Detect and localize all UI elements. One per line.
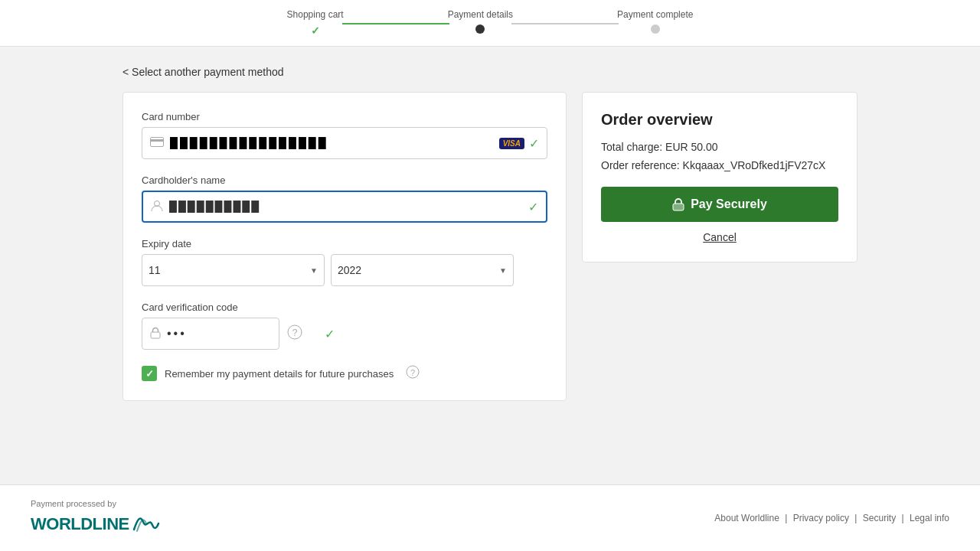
order-total-charge: Total charge: EUR 50.00 [601, 141, 838, 153]
svg-rect-3 [151, 332, 160, 338]
card-number-input[interactable] [170, 137, 495, 149]
step-payment-dot [475, 24, 485, 34]
step-cart-label: Shopping cart [287, 9, 344, 20]
progress-step-complete: Payment complete [617, 9, 693, 34]
card-number-field-group: Card number VISA ✓ [142, 111, 547, 159]
privacy-policy-link[interactable]: Privacy policy [793, 513, 849, 523]
order-ref-value: Kkqaaax_VRoDfked1jFV27cX [683, 159, 826, 171]
back-link[interactable]: < Select another payment method [122, 66, 284, 78]
content-wrapper: < Select another payment method Card num… [107, 65, 873, 401]
order-ref-label: Order reference: [601, 159, 680, 171]
expiry-row: 01 02 03 04 05 06 07 08 09 10 11 [142, 254, 547, 286]
cvv-field-group: Card verification code ✓ [142, 302, 547, 350]
security-link[interactable]: Security [863, 513, 896, 523]
svg-text:?: ? [410, 368, 415, 377]
svg-rect-8 [673, 204, 684, 210]
card-number-input-wrapper: VISA ✓ [142, 127, 547, 159]
progress-steps: Shopping cart ✓ Payment details Payment … [0, 9, 980, 46]
expiry-field-group: Expiry date 01 02 03 04 05 06 07 [142, 238, 547, 286]
step-payment-label: Payment details [448, 9, 513, 20]
checkbox-check-icon: ✓ [145, 368, 154, 380]
worldline-logo: WORLDLINE [31, 511, 160, 537]
worldline-icon [132, 511, 160, 537]
progress-line-2 [511, 23, 619, 24]
cvv-label: Card verification code [142, 302, 547, 313]
cardholder-input[interactable] [169, 201, 524, 213]
cvv-lock-icon [150, 327, 161, 341]
step-complete-dot [651, 24, 660, 34]
card-form-panel: Card number VISA ✓ [122, 92, 567, 401]
cardholder-field-group: Cardholder's name ✓ [142, 174, 547, 223]
progress-line-1 [342, 23, 449, 24]
footer-links: About Worldline | Privacy policy | Secur… [714, 513, 949, 523]
pay-button-label: Pay Securely [691, 197, 767, 211]
pay-lock-icon [672, 197, 684, 211]
person-icon [151, 200, 163, 214]
card-number-label: Card number [142, 111, 547, 122]
total-charge-label: Total charge: [601, 141, 665, 153]
worldline-text: WORLDLINE [31, 514, 129, 534]
remember-label: Remember my payment details for future p… [165, 368, 394, 380]
svg-point-2 [155, 201, 160, 206]
two-column-layout: Card number VISA ✓ [122, 92, 858, 401]
order-title: Order overview [601, 111, 838, 129]
cardholder-input-wrapper: ✓ [142, 191, 547, 223]
cvv-check-icon: ✓ [325, 327, 335, 341]
cancel-button[interactable]: Cancel [601, 231, 838, 243]
step-cart-check: ✓ [311, 24, 320, 37]
cardholder-check-icon: ✓ [528, 200, 538, 214]
cvv-row: ✓ ? [142, 318, 547, 350]
svg-text:?: ? [292, 328, 298, 338]
cvv-input-wrapper: ✓ [142, 318, 279, 350]
expiry-label: Expiry date [142, 238, 547, 249]
total-charge-value: EUR 50.00 [665, 141, 717, 153]
step-complete-label: Payment complete [617, 9, 693, 20]
progress-step-cart: Shopping cart ✓ [287, 9, 344, 37]
footer-processed-by: Payment processed by [31, 499, 160, 508]
expiry-year-select[interactable]: 2020 2021 2022 2023 2024 2025 2026 2027 … [338, 264, 499, 276]
about-worldline-link[interactable]: About Worldline [714, 513, 779, 523]
cardholder-label: Cardholder's name [142, 174, 547, 186]
svg-rect-0 [151, 138, 164, 147]
footer: Payment processed by WORLDLINE About Wor… [0, 484, 980, 551]
year-select-arrow: ▼ [499, 266, 507, 275]
remember-help-icon[interactable]: ? [406, 365, 420, 382]
expiry-spacer [520, 254, 547, 286]
visa-badge: VISA [499, 138, 524, 149]
remember-row: ✓ Remember my payment details for future… [142, 365, 547, 382]
progress-bar-area: Shopping cart ✓ Payment details Payment … [0, 0, 980, 47]
card-icon [150, 137, 164, 149]
remember-checkbox[interactable]: ✓ [142, 366, 157, 381]
expiry-month-wrapper: 01 02 03 04 05 06 07 08 09 10 11 [142, 254, 325, 286]
progress-step-payment: Payment details [448, 9, 513, 34]
order-panel: Order overview Total charge: EUR 50.00 O… [582, 92, 858, 262]
cvv-help-icon[interactable]: ? [287, 324, 302, 344]
pay-securely-button[interactable]: Pay Securely [601, 187, 838, 222]
main-content: < Select another payment method Card num… [0, 47, 980, 484]
footer-left: Payment processed by WORLDLINE [31, 499, 160, 537]
expiry-year-wrapper: 2020 2021 2022 2023 2024 2025 2026 2027 … [331, 254, 514, 286]
svg-rect-1 [150, 139, 164, 142]
expiry-month-select[interactable]: 01 02 03 04 05 06 07 08 09 10 11 [149, 264, 310, 276]
card-number-check-icon: ✓ [529, 136, 539, 151]
order-reference: Order reference: Kkqaaax_VRoDfked1jFV27c… [601, 159, 838, 171]
legal-info-link[interactable]: Legal info [910, 513, 949, 523]
month-select-arrow: ▼ [310, 266, 318, 275]
